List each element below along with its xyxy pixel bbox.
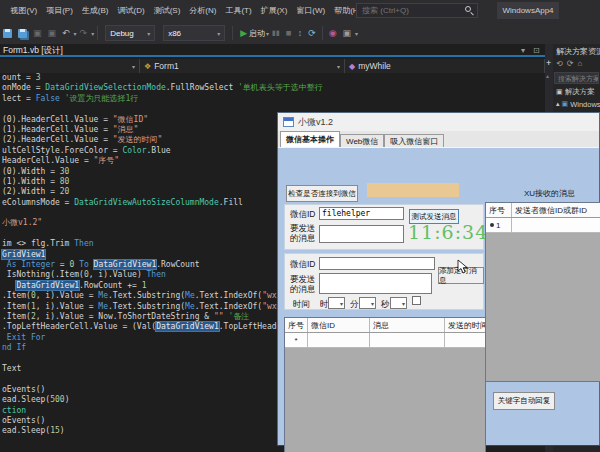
vb-project-icon: ▣ xyxy=(562,100,569,108)
hour-dropdown[interactable]: ▾ xyxy=(328,297,345,309)
editor-navigation-bar: ▾ ❖Form1▾ ◆myWhile xyxy=(0,59,545,73)
chevron-down-icon: ▾ xyxy=(371,300,374,307)
menu-item[interactable]: 工具(T) xyxy=(221,0,256,22)
wxid2-label: 微信ID xyxy=(290,259,316,271)
wxid2-input[interactable] xyxy=(319,257,435,270)
mouse-cursor xyxy=(457,259,468,274)
code-line: ount = 3 xyxy=(2,73,545,83)
solution-config-dropdown[interactable]: Debug▾ xyxy=(105,25,155,41)
redo-icon: ↷ xyxy=(80,22,88,44)
document-tab-strip: Form1.vb [设计] ▾ ⊡ xyxy=(0,44,545,57)
second-dropdown[interactable]: ▾ xyxy=(390,297,407,309)
grid1-col-wxid: 微信ID xyxy=(308,318,370,332)
form-icon xyxy=(283,117,294,127)
second-label: 秒 xyxy=(381,299,390,311)
show-next-statement-icon[interactable]: ↕ xyxy=(298,22,303,44)
restart-icon[interactable]: ⟳ xyxy=(308,22,316,44)
time-label: 时间 xyxy=(293,299,310,311)
class-dropdown[interactable]: ❖Form1▾ xyxy=(140,59,345,73)
project-node[interactable]: ▴ ▣ WindowsApp4 xyxy=(553,98,600,110)
menu-item[interactable]: 项目(P) xyxy=(42,0,78,22)
save-all-icon[interactable] xyxy=(18,29,27,38)
chevron-down-icon: ▾ xyxy=(132,63,135,70)
grid1-new-row[interactable]: * xyxy=(285,333,485,348)
platform-dropdown[interactable]: x86▾ xyxy=(163,25,225,41)
splitter-plus-icon[interactable]: + xyxy=(546,58,551,68)
keyword-autoreply-button[interactable]: 关键字自动回复 xyxy=(493,392,555,410)
menu-item[interactable]: 窗口(W) xyxy=(292,0,330,22)
grid1-header: 序号 微信ID 消息 发送的时间 xyxy=(285,318,485,333)
wxid-label: 微信ID xyxy=(290,209,316,221)
message-input[interactable] xyxy=(319,225,404,243)
collapse-icon[interactable]: ▴ xyxy=(556,100,560,108)
tab-web-wechat[interactable]: Web微信 xyxy=(340,134,384,147)
grid2-row-1[interactable]: 1 xyxy=(486,218,600,233)
menu-bar-items: 视图(V)项目(P)生成(B)调试(D)测试(S)分析(N)工具(T)扩展(X)… xyxy=(0,0,366,22)
timer-checkbox[interactable] xyxy=(412,296,421,305)
quick-search-input[interactable] xyxy=(356,3,478,18)
home-icon[interactable]: ⌂ xyxy=(577,59,582,68)
tab-page-basic: 检查是否连接到微信 XU接收的消息 微信ID 测试发送消息 要发送的消息 11:… xyxy=(278,147,599,445)
message-label: 要发送的消息 xyxy=(290,224,318,243)
check-connection-button[interactable]: 检查是否连接到微信 xyxy=(286,185,358,202)
dialog-titlebar[interactable]: 小微v1.2 xyxy=(278,113,599,131)
menu-item[interactable]: 分析(N) xyxy=(185,0,221,22)
class-icon: ❖ xyxy=(144,62,151,71)
scroll-up-icon[interactable]: ▴ xyxy=(546,72,549,79)
back-icon[interactable]: ⟲ xyxy=(556,59,563,68)
comment-icon[interactable]: ▣ xyxy=(33,22,42,44)
tab-form1-design[interactable]: Form1.vb [设计] xyxy=(3,44,63,56)
pause-icon: ▮▮ xyxy=(272,22,280,44)
toolbar-separator xyxy=(232,26,233,40)
window-title: WindowsApp4 xyxy=(497,2,559,19)
uncomment-icon[interactable]: ▣ xyxy=(48,22,57,44)
undo-icon[interactable]: ↶ xyxy=(62,22,70,44)
menu-item[interactable]: 测试(S) xyxy=(149,0,185,22)
hot-reload-icon[interactable]: ◉ xyxy=(329,22,337,44)
menu-item[interactable]: 调试(D) xyxy=(113,0,149,22)
screen: 视图(V)项目(P)生成(B)调试(D)测试(S)分析(N)工具(T)扩展(X)… xyxy=(0,0,600,452)
message2-input[interactable] xyxy=(319,273,432,294)
member-dropdown[interactable]: ◆myWhile xyxy=(345,59,545,73)
toolbar-separator xyxy=(97,26,98,40)
tab-wechat-basic[interactable]: 微信基本操作 xyxy=(280,131,340,147)
minute-label: 分 xyxy=(350,299,359,311)
save-icon[interactable] xyxy=(3,29,12,38)
toolbar-overflow-icon[interactable]: ▾ xyxy=(355,30,358,37)
start-button[interactable]: 启动 xyxy=(249,28,265,39)
vs-toolbar: ▣ ▣ ↶▾ ↷▾ Debug▾ x86▾ ▶ 启动 ▾ ▮▮ ◼ ↕ ⟳ ◉ … xyxy=(0,22,600,44)
toolbar-separator xyxy=(322,26,323,40)
solution-explorer-toolbar: ⟲ ⟳ ⌂ xyxy=(553,57,600,70)
forward-icon[interactable]: ⟳ xyxy=(567,59,574,68)
start-debug-icon[interactable]: ▶ xyxy=(240,28,247,38)
wxid-input[interactable] xyxy=(319,207,404,220)
grid1-corner-header: 序号 xyxy=(285,318,308,332)
grid1-col-sendtime: 发送的时间 xyxy=(445,318,485,332)
solution-search-input[interactable]: 搜索解决方案资源管理器 xyxy=(554,72,599,84)
project-dropdown[interactable]: ▾ xyxy=(0,59,140,73)
undo-caret-icon[interactable]: ▾ xyxy=(74,30,77,37)
menu-item[interactable]: 扩展(X) xyxy=(256,0,292,22)
doc-dropdown-icon[interactable]: ▾ xyxy=(521,45,525,56)
code-line: lect = False '设置为只能选择1行 xyxy=(2,94,545,104)
dialog-tab-strip: 微信基本操作 Web微信 吸入微信窗口 xyxy=(278,131,599,147)
row-index: 1 xyxy=(496,221,500,230)
grid2-header: 序号 发送者微信ID或群ID xyxy=(486,203,600,218)
chevron-down-icon: ▾ xyxy=(217,30,220,37)
menu-item[interactable]: 视图(V) xyxy=(6,0,42,22)
menu-item[interactable]: 生成(B) xyxy=(77,0,113,22)
received-messages-grid[interactable]: 序号 发送者微信ID或群ID 1 xyxy=(485,202,600,382)
tab-attach-window[interactable]: 吸入微信窗口 xyxy=(384,134,444,147)
connection-status-box xyxy=(367,183,459,197)
start-caret-icon[interactable]: ▾ xyxy=(266,30,269,37)
live-visual-tree-icon[interactable]: ▣ xyxy=(343,22,352,44)
solution-node[interactable]: ▣ 解决方案 xyxy=(553,86,600,98)
timed-messages-grid[interactable]: 序号 微信ID 消息 发送的时间 * xyxy=(284,317,486,452)
float-window-icon[interactable]: ⊡ xyxy=(533,45,540,56)
new-row-marker: * xyxy=(285,333,308,347)
stop-icon: ◼ xyxy=(286,22,292,44)
send-now-panel: 微信ID 测试发送消息 要发送的消息 11:6:34 xyxy=(284,204,484,250)
method-icon: ◆ xyxy=(349,62,355,71)
received-messages-label: XU接收的消息 xyxy=(524,188,575,199)
minute-dropdown[interactable]: ▾ xyxy=(359,297,376,309)
